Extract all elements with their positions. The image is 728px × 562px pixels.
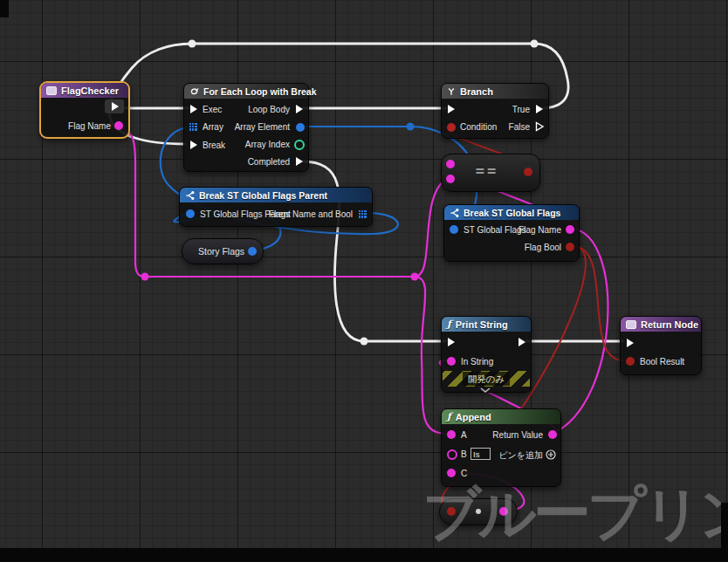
condition-in-pin[interactable]	[447, 123, 456, 132]
topleft-corner	[0, 0, 9, 17]
completed-out-pin[interactable]	[294, 156, 305, 167]
wire-flagbool-boolresult[interactable]	[573, 246, 623, 360]
true-out-pin[interactable]	[534, 104, 545, 114]
branch-icon	[447, 86, 456, 96]
break-struct-icon	[450, 209, 459, 217]
struct-in-pin[interactable]	[450, 225, 458, 234]
node-flagchecker[interactable]: FlagChecker Flag Name	[39, 81, 130, 139]
flags-array-out-pin[interactable]	[359, 210, 367, 218]
append-b-in-pin[interactable]	[447, 449, 457, 460]
flag-name-out-pin[interactable]	[566, 225, 574, 234]
flag-bool-out-pin[interactable]	[566, 243, 574, 251]
pin-label: Flag Name	[519, 225, 561, 235]
pin-label: C	[461, 469, 467, 478]
pin-label: Break	[203, 140, 225, 150]
node-break-st-global-flags[interactable]: Break ST Global Flags ST Global Flags Fl…	[443, 204, 580, 262]
pin-label: Completed	[248, 157, 290, 167]
right-edge-bar	[721, 503, 728, 562]
exec-in-pin[interactable]	[189, 104, 199, 114]
in-string-pin[interactable]	[447, 357, 456, 366]
function-icon: ƒ	[447, 319, 451, 330]
pin-label: Flags Name and Bool	[269, 209, 353, 219]
story-flags-out-pin[interactable]	[248, 247, 257, 256]
bool-result-in-pin[interactable]	[626, 357, 635, 366]
add-pin-icon[interactable]	[546, 449, 556, 460]
break-struct-icon	[185, 191, 195, 200]
node-title: Branch	[460, 86, 493, 97]
blueprint-graph-canvas[interactable]: FlagChecker Flag Name For Each Loop with…	[0, 0, 728, 562]
function-icon: ƒ	[447, 411, 451, 422]
pin-label-flag-name: Flag Name	[68, 121, 111, 131]
node-conversion-pill[interactable]	[439, 498, 518, 525]
node-foreach-loop-with-break[interactable]: For Each Loop with Break Exec Array Brea…	[183, 83, 309, 172]
equal-b-in-pin[interactable]	[446, 175, 455, 183]
node-print-string[interactable]: ƒ Print String In String 開発のみ	[441, 316, 532, 393]
pin-label: Array Index	[245, 140, 290, 149]
pin-label: Return Value	[492, 430, 543, 440]
pin-label: False	[509, 122, 530, 132]
expand-chevron-icon[interactable]	[480, 387, 491, 393]
loop-body-out-pin[interactable]	[294, 104, 305, 114]
pin-label: In String	[461, 357, 493, 367]
pin-label: True	[512, 105, 530, 114]
node-title: Print String	[456, 319, 508, 330]
add-pin-label: ピンを追加	[498, 449, 543, 462]
array-in-pin[interactable]	[189, 123, 197, 131]
bottom-edge-bar	[0, 548, 728, 562]
node-title: Return Node	[641, 319, 698, 330]
return-value-out-pin[interactable]	[548, 430, 557, 439]
append-c-in-pin[interactable]	[447, 469, 456, 477]
pin-label: ST Global Flags	[464, 225, 526, 235]
loop-icon	[189, 86, 199, 96]
node-branch[interactable]: Branch Condition True False	[441, 83, 549, 139]
flag-name-out-pin[interactable]	[114, 121, 123, 130]
struct-in-pin[interactable]	[186, 209, 195, 218]
pin-label: Array Element	[235, 122, 290, 132]
node-title: Break ST Global Flags Parent	[199, 190, 327, 201]
node-append[interactable]: ƒ Append A B C Return Value ピンを追加	[441, 408, 561, 487]
pin-label: Loop Body	[248, 105, 290, 114]
equal-symbol: ==	[442, 162, 532, 180]
conv-in-pin[interactable]	[447, 507, 456, 516]
conversion-dot-icon	[476, 509, 481, 514]
node-return[interactable]: Return Node Bool Result	[620, 316, 702, 375]
append-b-value-field[interactable]	[470, 448, 491, 460]
node-title: For Each Loop with Break	[203, 86, 317, 97]
pin-label: Condition	[460, 122, 497, 132]
variable-name: Story Flags	[198, 246, 244, 257]
node-title: Break ST Global Flags	[464, 208, 560, 218]
node-title: FlagChecker	[61, 86, 119, 96]
pin-label: Array	[203, 122, 223, 132]
false-out-pin[interactable]	[534, 121, 545, 132]
development-only-banner: 開発のみ	[443, 371, 530, 387]
pin-label: A	[461, 430, 467, 440]
node-story-flags-get[interactable]: Story Flags	[182, 238, 264, 264]
exec-out-pin[interactable]	[105, 99, 124, 113]
equal-a-in-pin[interactable]	[446, 160, 455, 168]
append-a-in-pin[interactable]	[447, 430, 456, 439]
node-title: Append	[456, 412, 491, 422]
pin-label: Exec	[203, 105, 222, 114]
return-icon	[626, 320, 636, 329]
pin-label: Flag Bool	[525, 243, 561, 252]
pin-label: B	[461, 449, 467, 459]
exec-in-pin[interactable]	[446, 337, 457, 347]
array-element-out-pin[interactable]	[296, 123, 305, 132]
conv-out-pin[interactable]	[499, 507, 508, 516]
break-in-pin[interactable]	[189, 140, 199, 150]
exec-in-pin[interactable]	[446, 104, 457, 114]
pin-label: Bool Result	[640, 357, 684, 367]
exec-out-pin[interactable]	[517, 337, 527, 347]
node-equal-equal[interactable]: ==	[441, 154, 540, 192]
node-break-st-global-flags-parent[interactable]: Break ST Global Flags Parent ST Global F…	[179, 187, 373, 227]
event-icon	[46, 86, 57, 95]
equal-result-out-pin[interactable]	[524, 168, 532, 176]
exec-in-pin[interactable]	[625, 338, 635, 348]
array-index-out-pin[interactable]	[294, 140, 305, 150]
